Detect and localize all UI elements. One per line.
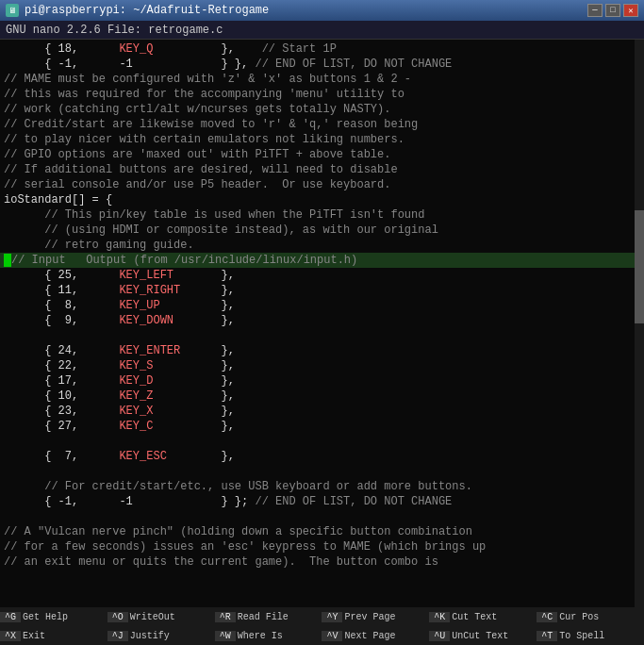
shortcut-label-curpos: Cur Pos [557, 612, 599, 622]
window-icon: 🖥 [6, 4, 19, 17]
code-line: { 11, KEY_RIGHT }, [0, 283, 644, 298]
menu-bar-text: GNU nano 2.2.6 File: retrogame.c [6, 24, 223, 37]
shortcut-next-page[interactable]: ^V Next Page [322, 626, 429, 645]
shortcut-key-gethelp: ^G [0, 612, 21, 622]
shortcut-label-tospell: To Spell [557, 631, 604, 641]
title-buttons[interactable]: ─ □ ✕ [587, 4, 638, 17]
code-container[interactable]: { 18, KEY_Q }, // Start 1P { -1, -1 } },… [0, 40, 644, 607]
shortcut-cur-pos[interactable]: ^C Cur Pos [537, 607, 644, 626]
shortcut-read-file[interactable]: ^R Read File [215, 607, 322, 626]
code-line: // to play nicer with certain emulators … [0, 132, 644, 147]
shortcut-key-tospell: ^T [537, 631, 557, 641]
code-line: { -1, -1 } }; // END OF LIST, DO NOT CHA… [0, 494, 644, 509]
shortcut-label-nextpage: Next Page [342, 631, 395, 641]
shortcut-get-help[interactable]: ^G Get Help [0, 607, 107, 626]
minimize-button[interactable]: ─ [587, 4, 603, 17]
code-line: { 10, KEY_Z }, [0, 389, 644, 404]
code-line: // A "Vulcan nerve pinch" (holding down … [0, 524, 644, 539]
shortcut-key-justify: ^J [107, 631, 128, 641]
code-line: // Credit/start are likewise moved to 'r… [0, 117, 644, 132]
code-line [0, 328, 644, 343]
shortcut-label-writeout: WriteOut [128, 612, 175, 622]
shortcut-label-uncuttext: UnCut Text [450, 631, 508, 641]
title-bar-left: 🖥 pi@raspberrypi: ~/Adafruit-Retrogame [6, 4, 269, 17]
code-line: { -1, -1 } }, // END OF LIST, DO NOT CHA… [0, 57, 644, 72]
code-line: // retro gaming guide. [0, 238, 644, 253]
menu-bar: GNU nano 2.2.6 File: retrogame.c [0, 21, 644, 40]
scrollbar[interactable] [635, 40, 644, 607]
code-line: // (using HDMI or composite instead), as… [0, 223, 644, 238]
shortcut-key-writeout: ^O [107, 612, 128, 622]
shortcut-to-spell[interactable]: ^T To Spell [537, 626, 644, 645]
code-line: // serial console and/or use P5 header. … [0, 177, 644, 192]
code-line: // MAME must be configured with 'z' & 'x… [0, 72, 644, 87]
code-line [0, 509, 644, 524]
cursor-line: // Input Output (from /usr/include/linux… [0, 253, 644, 268]
code-line: // For credit/start/etc., use USB keyboa… [0, 479, 644, 494]
shortcut-label-exit: Exit [21, 631, 45, 641]
shortcut-key-uncuttext: ^U [429, 631, 450, 641]
code-line: // If additional buttons are desired, wi… [0, 162, 644, 177]
code-line [0, 464, 644, 479]
scrollbar-thumb[interactable] [635, 210, 644, 323]
title-bar: 🖥 pi@raspberrypi: ~/Adafruit-Retrogame ─… [0, 0, 644, 21]
code-line: { 23, KEY_X }, [0, 404, 644, 419]
shortcut-key-curpos: ^C [537, 612, 557, 622]
shortcuts-row-1: ^G Get Help ^O WriteOut ^R Read File ^Y … [0, 607, 644, 626]
cursor [4, 254, 11, 267]
shortcut-label-cuttext: Cut Text [450, 612, 497, 622]
code-line: { 8, KEY_UP }, [0, 298, 644, 313]
code-line: { 18, KEY_Q }, // Start 1P [0, 41, 644, 57]
shortcut-prev-page[interactable]: ^Y Prev Page [322, 607, 429, 626]
shortcut-key-prevpage: ^Y [322, 612, 342, 622]
shortcut-justify[interactable]: ^J Justify [107, 626, 215, 645]
shortcut-key-exit: ^X [0, 631, 21, 641]
code-line: // this was required for the accompanyin… [0, 87, 644, 102]
code-line: // GPIO options are 'maxed out' with PiT… [0, 147, 644, 162]
shortcut-label-whereis: Where Is [236, 631, 283, 641]
shortcuts-row-2: ^X Exit ^J Justify ^W Where Is ^V Next P… [0, 626, 644, 645]
shortcut-key-nextpage: ^V [322, 631, 342, 641]
main-window: 🖥 pi@raspberrypi: ~/Adafruit-Retrogame ─… [0, 0, 644, 645]
code-line: ioStandard[] = { [0, 192, 644, 207]
shortcut-label-justify: Justify [128, 631, 170, 641]
code-line: // an exit menu or quits the current gam… [0, 554, 644, 570]
window-title: pi@raspberrypi: ~/Adafruit-Retrogame [25, 4, 269, 17]
code-line: // This pin/key table is used when the P… [0, 207, 644, 223]
code-line: { 7, KEY_ESC }, [0, 449, 644, 464]
shortcut-exit[interactable]: ^X Exit [0, 626, 107, 645]
shortcut-label-prevpage: Prev Page [342, 612, 395, 622]
code-line: { 27, KEY_C }, [0, 419, 644, 434]
code-line: // for a few seconds) issues an 'esc' ke… [0, 539, 644, 554]
code-line: { 24, KEY_ENTER }, [0, 343, 644, 358]
code-line: { 9, KEY_DOWN }, [0, 313, 644, 328]
code-line: { 17, KEY_D }, [0, 373, 644, 389]
shortcut-key-whereis: ^W [215, 631, 236, 641]
close-button[interactable]: ✕ [623, 4, 638, 17]
shortcut-where-is[interactable]: ^W Where Is [215, 626, 322, 645]
code-line: { 22, KEY_S }, [0, 358, 644, 373]
shortcut-label-gethelp: Get Help [21, 612, 68, 622]
code-line [0, 434, 644, 449]
code-line: // work (catching crtl/alt w/ncurses get… [0, 102, 644, 117]
shortcut-key-readfile: ^R [215, 612, 236, 622]
shortcut-uncut-text[interactable]: ^U UnCut Text [429, 626, 537, 645]
shortcut-writeout[interactable]: ^O WriteOut [107, 607, 215, 626]
shortcut-key-cuttext: ^K [429, 612, 450, 622]
editor-area[interactable]: { 18, KEY_Q }, // Start 1P { -1, -1 } },… [0, 40, 644, 645]
code-line: { 25, KEY_LEFT }, [0, 268, 644, 283]
shortcut-label-readfile: Read File [236, 612, 289, 622]
shortcuts-bar: ^G Get Help ^O WriteOut ^R Read File ^Y … [0, 607, 644, 645]
maximize-button[interactable]: □ [605, 4, 620, 17]
shortcut-cut-text[interactable]: ^K Cut Text [429, 607, 537, 626]
